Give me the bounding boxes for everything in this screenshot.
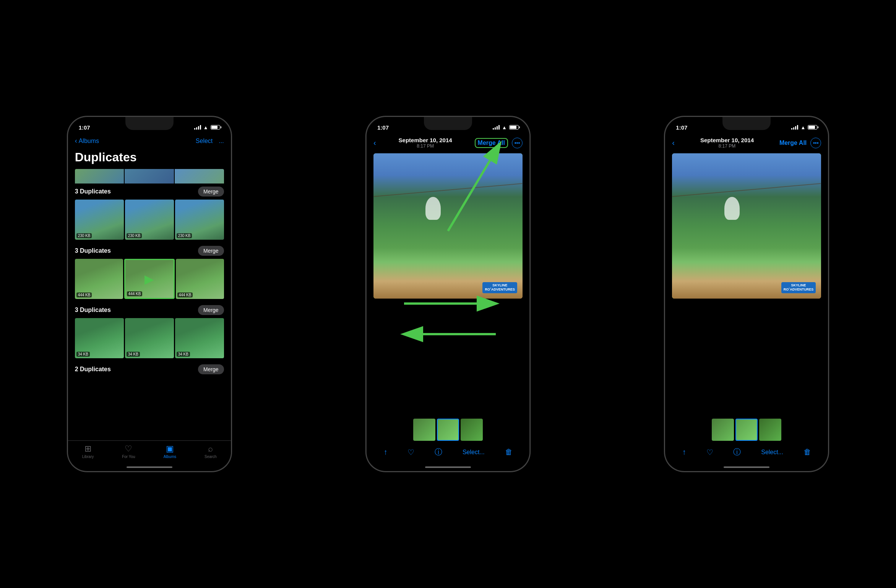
info-button-2[interactable]: ⓘ (435, 447, 442, 457)
photo-thumb-1-0[interactable]: 444 KB (75, 259, 123, 299)
nav-bar-2: ‹ September 10, 2014 8:17 PM Merge All •… (367, 135, 529, 150)
tab-for-you[interactable]: ♡ For You (122, 444, 135, 459)
heart-button-3[interactable]: ♡ (706, 448, 713, 457)
thumb-2-1[interactable] (437, 419, 459, 441)
back-button-1[interactable]: ‹ Albums (75, 137, 99, 145)
group-label-3: 2 Duplicates (75, 366, 111, 373)
merge-button-3[interactable]: Merge (198, 364, 224, 374)
nav-center-3: September 10, 2014 8:17 PM (700, 137, 754, 149)
phone-1-shell: 1:07 ▲ (67, 116, 232, 472)
duplicate-group-1: 3 Duplicates Merge 444 KB 444 KB ▶ (68, 243, 231, 302)
wifi-icon-3: ▲ (800, 125, 805, 130)
photo-thumb-1-1[interactable]: 444 KB ▶ (124, 259, 175, 299)
nav-center-2: September 10, 2014 8:17 PM (399, 137, 452, 149)
photo-thumb-2-0[interactable]: 34 KB (75, 318, 124, 358)
tab-bar-1: ⊞ Library ♡ For You ▣ Albums ⌕ Search (68, 440, 231, 466)
group-header-0: 3 Duplicates Merge (75, 187, 224, 197)
status-icons-1: ▲ (194, 125, 220, 130)
status-bar-2: 1:07 ▲ (367, 117, 529, 135)
photo-thumb-0-2[interactable]: 230 KB (175, 200, 224, 240)
page-title-1: Duplicates (75, 150, 224, 164)
home-indicator-3 (724, 466, 769, 468)
albums-icon: ▣ (166, 444, 174, 454)
signal-icon-2 (493, 125, 500, 130)
thumb-3-2[interactable] (759, 419, 781, 441)
share-button-3[interactable]: ↑ (682, 448, 686, 456)
merge-all-button-2[interactable]: Merge All (475, 138, 508, 148)
group-header-1: 3 Duplicates Merge (75, 246, 224, 256)
battery-icon-2 (509, 125, 519, 130)
battery-icon-3 (808, 125, 817, 130)
photo-size-1-0: 444 KB (76, 292, 92, 297)
nav-time-3: 8:17 PM (700, 143, 754, 149)
heart-button-2[interactable]: ♡ (407, 448, 414, 457)
thumb-2-0[interactable] (413, 419, 435, 441)
info-button-3[interactable]: ⓘ (733, 447, 741, 457)
tab-albums-label: Albums (164, 455, 176, 459)
group-header-3: 2 Duplicates Merge (75, 364, 224, 374)
merge-button-0[interactable]: Merge (198, 187, 224, 197)
phone-3-screen: 1:07 ▲ (665, 117, 828, 471)
phone-3-container: 1:07 ▲ (664, 116, 829, 472)
photo-thumb-0-0[interactable]: 230 KB (75, 200, 124, 240)
status-bar-3: 1:07 ▲ (665, 117, 828, 135)
share-button-2[interactable]: ↑ (383, 448, 387, 456)
bottom-toolbar-2: ↑ ♡ ⓘ Select... 🗑 (367, 444, 529, 466)
phone-2-container: 1:07 ▲ (366, 116, 530, 472)
merge-button-1[interactable]: Merge (198, 246, 224, 256)
nav-time-2: 8:17 PM (399, 143, 452, 149)
photo-size-2-1: 34 KB (127, 352, 140, 357)
status-time-3: 1:07 (676, 124, 687, 131)
photo-row-2: 34 KB 34 KB 34 KB (75, 318, 224, 358)
select-button-3[interactable]: Select... (761, 449, 783, 456)
status-icons-2: ▲ (493, 125, 519, 130)
battery-icon-1 (211, 125, 220, 130)
for-you-icon: ♡ (125, 444, 132, 454)
merge-button-2[interactable]: Merge (198, 305, 224, 315)
group-label-1: 3 Duplicates (75, 247, 111, 254)
merge-all-button-3[interactable]: Merge All (779, 140, 807, 146)
tab-library[interactable]: ⊞ Library (82, 444, 94, 459)
photo-thumb-2-1[interactable]: 34 KB (125, 318, 174, 358)
thumb-3-1[interactable] (735, 419, 758, 441)
photo-row-0: 230 KB 230 KB 230 KB (75, 200, 224, 240)
status-time-1: 1:07 (79, 124, 90, 131)
bottom-toolbar-3: ↑ ♡ ⓘ Select... 🗑 (665, 444, 828, 466)
trash-button-2[interactable]: 🗑 (505, 448, 513, 456)
more-button-3[interactable]: ••• (810, 138, 821, 148)
thumb-2-2[interactable] (461, 419, 483, 441)
search-icon-1: ⌕ (208, 444, 213, 454)
back-button-3[interactable]: ‹ (672, 138, 675, 147)
phone-2-screen: 1:07 ▲ (367, 117, 529, 471)
photo-thumb-2-2[interactable]: 34 KB (175, 318, 224, 358)
select-button-1[interactable]: Select (196, 138, 213, 145)
tab-search[interactable]: ⌕ Search (205, 444, 217, 459)
photo-size-2-0: 34 KB (76, 352, 90, 357)
duplicates-screen: 1:07 ▲ (68, 117, 231, 471)
photo-thumb-0-1[interactable]: 230 KB (125, 200, 174, 240)
thumb-strip-2 (367, 416, 529, 444)
phone-1-screen: 1:07 ▲ (68, 117, 231, 471)
group-label-2: 3 Duplicates (75, 307, 111, 313)
tab-albums[interactable]: ▣ Albums (164, 444, 176, 459)
group-label-0: 3 Duplicates (75, 188, 111, 195)
back-label-1: Albums (79, 138, 99, 145)
thumb-3-0[interactable] (712, 419, 734, 441)
more-button-2[interactable]: ••• (512, 138, 523, 148)
main-photo-2: SKYLINEROʻADVENTURES (373, 153, 523, 299)
photo-detail-screen-2: 1:07 ▲ (367, 117, 529, 471)
photo-size-0-1: 230 KB (127, 233, 142, 238)
nav-right-3: Merge All ••• (779, 138, 821, 148)
play-icon: ▶ (144, 272, 154, 286)
tab-library-label: Library (82, 455, 94, 459)
nav-actions-1: Select ... (196, 138, 224, 145)
trash-button-3[interactable]: 🗑 (803, 448, 811, 456)
more-button-1[interactable]: ... (219, 138, 224, 145)
duplicate-group-0: 3 Duplicates Merge 230 KB 230 KB 230 KB (68, 184, 231, 243)
tab-for-you-label: For You (122, 455, 135, 459)
photo-thumb-1-2[interactable]: 444 KB (176, 259, 224, 299)
back-button-2[interactable]: ‹ (373, 138, 376, 147)
phone-1: 1:07 ▲ (67, 116, 232, 472)
main-photo-3: SKYLINEROʻADVENTURES (672, 153, 821, 299)
select-button-2[interactable]: Select... (463, 449, 485, 456)
